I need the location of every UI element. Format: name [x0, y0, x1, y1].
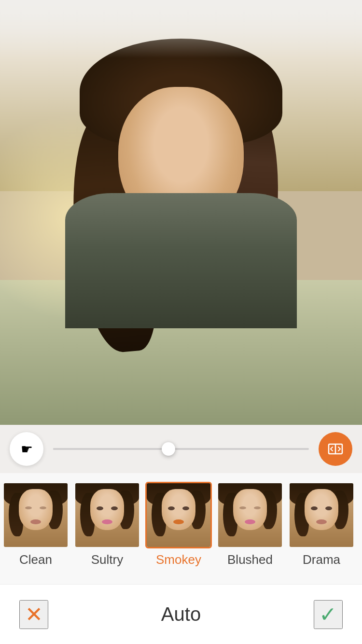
intensity-slider[interactable] — [53, 448, 309, 450]
cancel-icon: ✕ — [25, 604, 43, 625]
filter-thumb-drama — [288, 482, 355, 548]
filter-thumb-smokey — [145, 482, 212, 548]
bottom-action-bar: ✕ Auto ✓ — [0, 584, 362, 644]
confirm-button[interactable]: ✓ — [314, 600, 343, 629]
filter-item-drama[interactable]: Drama — [286, 478, 357, 567]
cancel-button[interactable]: ✕ — [19, 600, 48, 629]
gesture-button[interactable]: ☛ — [10, 432, 43, 466]
filter-item-clean[interactable]: Clean — [0, 478, 71, 567]
compare-button[interactable] — [319, 432, 352, 466]
filter-item-smokey[interactable]: Smokey — [143, 478, 214, 567]
mode-title: Auto — [161, 603, 201, 625]
slider-thumb[interactable] — [162, 442, 175, 456]
blur-overlay — [0, 0, 362, 58]
filter-label-drama: Drama — [303, 552, 340, 567]
confirm-icon: ✓ — [319, 604, 337, 625]
face-area — [65, 39, 297, 328]
filter-label-clean: Clean — [19, 552, 52, 567]
person-overlay — [0, 0, 362, 425]
body — [65, 193, 297, 328]
filter-item-sultry[interactable]: Sultry — [71, 478, 143, 567]
slider-area: ☛ — [0, 425, 362, 473]
photo-area — [0, 0, 362, 425]
filter-thumb-sultry — [74, 482, 140, 548]
filter-item-blushed[interactable]: Blushed — [214, 478, 286, 567]
filter-label-smokey: Smokey — [156, 552, 201, 567]
filter-thumb-blushed — [217, 482, 283, 548]
compare-icon — [328, 441, 343, 457]
slider-fill — [53, 448, 168, 450]
filter-strip: Clean Sultry — [0, 473, 362, 584]
filter-label-blushed: Blushed — [227, 552, 273, 567]
filter-label-sultry: Sultry — [91, 552, 123, 567]
gesture-icon: ☛ — [21, 441, 33, 457]
filter-thumb-clean — [2, 482, 69, 548]
